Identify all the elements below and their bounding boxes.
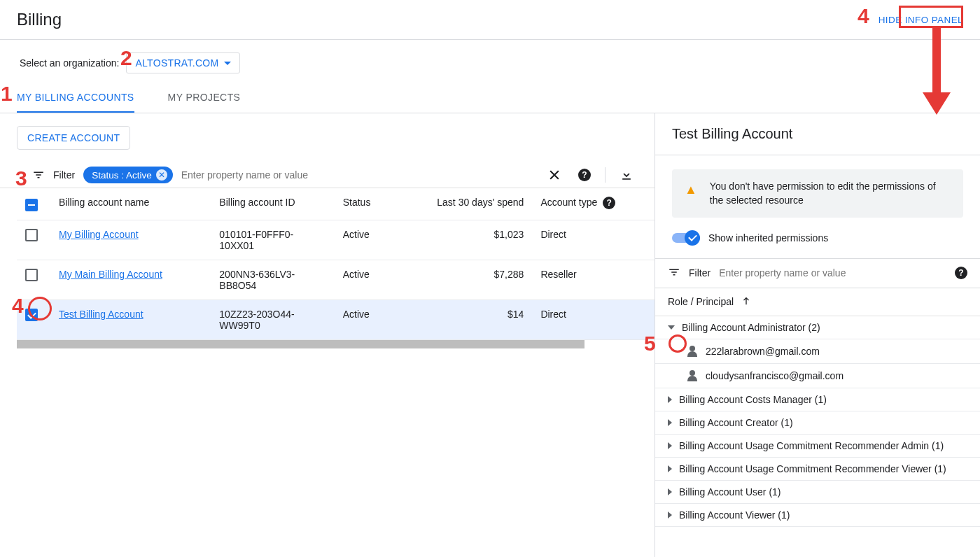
role-label: Billing Account User (1) [679, 486, 781, 498]
role-row[interactable]: Billing Account Costs Manager (1) [655, 388, 980, 411]
chevron-right-icon [668, 512, 672, 519]
col-header-spend[interactable]: Last 30 days' spend [394, 188, 533, 220]
org-selector-row: Select an organization: ALTOSTRAT.COM [0, 40, 980, 83]
show-inherited-label: Show inherited permissions [708, 232, 828, 244]
divider [605, 167, 606, 183]
billing-account-status: Active [335, 300, 394, 340]
billing-account-id: 200NN3-636LV3-BB8O54 [211, 260, 334, 300]
table-row: My Billing Account 010101-F0FFF0-10XX01 … [17, 220, 654, 260]
filter-icon [32, 169, 45, 181]
chevron-right-icon [668, 396, 672, 403]
warning-text: You don't have permission to edit the pe… [710, 179, 951, 208]
col-header-name[interactable]: Billing account name [50, 188, 211, 220]
col-header-type[interactable]: Account type ? [532, 188, 654, 220]
table-row: Test Billing Account 10ZZ23-203O44-WW99T… [17, 300, 654, 340]
filter-label: Filter [53, 169, 75, 181]
billing-account-id: 10ZZ23-203O44-WW99T0 [211, 300, 334, 340]
billing-account-type: Reseller [532, 260, 654, 300]
role-label: Billing Account Costs Manager (1) [679, 394, 827, 405]
person-icon [686, 369, 699, 382]
billing-accounts-table: Billing account name Billing account ID … [17, 188, 654, 340]
info-panel-filter-bar: Filter ? [655, 258, 980, 288]
clear-filter-icon[interactable] [547, 168, 561, 182]
info-panel-filter-input[interactable] [719, 267, 944, 278]
org-selector-label: Select an organization: [20, 57, 119, 69]
chevron-down-icon [668, 325, 675, 330]
warning-icon: ▲ [685, 181, 697, 199]
role-label: Billing Account Viewer (1) [679, 509, 790, 521]
org-selector-dropdown[interactable]: ALTOSTRAT.COM [126, 52, 240, 73]
chevron-down-icon [224, 62, 231, 65]
info-panel-title: Test Billing Account [655, 113, 980, 155]
role-row[interactable]: Billing Account Administrator (2) [655, 316, 980, 339]
principal-row[interactable]: cloudysanfrancisco@gmail.com [655, 364, 980, 388]
billing-account-spend: $7,288 [394, 260, 533, 300]
role-label: Billing Account Creator (1) [679, 417, 793, 428]
sort-asc-icon [741, 295, 752, 309]
principal-row[interactable]: 222larabrown@gmail.com [655, 339, 980, 364]
billing-account-link[interactable]: My Billing Account [59, 229, 139, 240]
person-icon [686, 345, 699, 358]
filter-bar: Filter Status : Active ✕ ? [0, 162, 654, 188]
help-icon[interactable]: ? [575, 169, 591, 181]
table-row: My Main Billing Account 200NN3-636LV3-BB… [17, 260, 654, 300]
row-checkbox[interactable] [25, 309, 38, 321]
role-row[interactable]: Billing Account Viewer (1) [655, 504, 980, 527]
role-row[interactable]: Billing Account Creator (1) [655, 411, 980, 435]
permission-warning: ▲ You don't have permission to edit the … [672, 169, 963, 218]
tab-billing-accounts[interactable]: MY BILLING ACCOUNTS [17, 83, 134, 113]
billing-account-link[interactable]: Test Billing Account [59, 309, 144, 320]
row-checkbox[interactable] [25, 269, 38, 281]
filter-label: Filter [689, 267, 710, 278]
select-all-checkbox[interactable] [25, 199, 38, 211]
create-account-button[interactable]: CREATE ACCOUNT [17, 126, 130, 150]
horizontal-scrollbar[interactable] [17, 340, 584, 348]
role-row[interactable]: Billing Account User (1) [655, 481, 980, 504]
chevron-right-icon [668, 488, 672, 495]
role-row[interactable]: Billing Account Usage Commitment Recomme… [655, 458, 980, 481]
tab-my-projects[interactable]: MY PROJECTS [168, 83, 241, 113]
principal-email: cloudysanfrancisco@gmail.com [706, 370, 844, 381]
page-title: Billing [17, 10, 62, 29]
billing-account-spend: $14 [394, 300, 533, 340]
filter-icon [668, 266, 680, 281]
filter-input[interactable] [181, 169, 539, 181]
role-label: Billing Account Administrator (2) [682, 322, 820, 333]
billing-account-spend: $1,023 [394, 220, 533, 260]
remove-chip-icon[interactable]: ✕ [156, 169, 167, 181]
billing-account-type: Direct [532, 220, 654, 260]
info-panel: Test Billing Account ▲ You don't have pe… [655, 113, 980, 557]
billing-account-link[interactable]: My Main Billing Account [59, 269, 162, 280]
main-panel: CREATE ACCOUNT Filter Status : Active ✕ … [0, 113, 655, 557]
billing-account-type: Direct [532, 300, 654, 340]
filter-chip-status-active[interactable]: Status : Active ✕ [83, 167, 173, 183]
download-icon[interactable] [620, 168, 634, 182]
billing-account-id: 010101-F0FFF0-10XX01 [211, 220, 334, 260]
filter-chip-label: Status : Active [92, 170, 152, 181]
chevron-right-icon [668, 465, 672, 472]
col-header-status[interactable]: Status [335, 188, 394, 220]
help-icon[interactable]: ? [603, 197, 615, 209]
page-header: Billing HIDE INFO PANEL [0, 0, 980, 40]
tabs: MY BILLING ACCOUNTS MY PROJECTS [0, 83, 980, 113]
help-icon[interactable]: ? [955, 267, 967, 279]
show-inherited-toggle[interactable] [672, 230, 700, 246]
billing-account-status: Active [335, 220, 394, 260]
col-header-id[interactable]: Billing account ID [211, 188, 334, 220]
roles-header[interactable]: Role / Principal [655, 288, 980, 316]
chevron-right-icon [668, 419, 672, 426]
billing-account-status: Active [335, 260, 394, 300]
hide-info-panel-button[interactable]: HIDE INFO PANEL [878, 15, 963, 25]
org-selector-value: ALTOSTRAT.COM [135, 57, 218, 69]
row-checkbox[interactable] [25, 229, 38, 241]
role-row[interactable]: Billing Account Usage Commitment Recomme… [655, 435, 980, 458]
principal-email: 222larabrown@gmail.com [706, 346, 820, 357]
role-label: Billing Account Usage Commitment Recomme… [679, 440, 944, 451]
role-label: Billing Account Usage Commitment Recomme… [679, 463, 946, 474]
chevron-right-icon [668, 442, 672, 449]
